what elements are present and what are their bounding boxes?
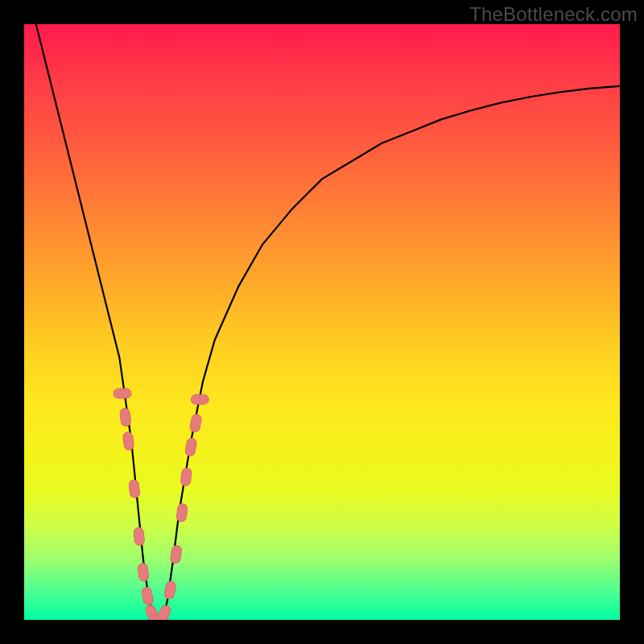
sample-markers [114, 389, 208, 620]
sample-marker [141, 586, 154, 605]
sample-marker [163, 580, 176, 600]
sample-marker [119, 408, 131, 427]
chart-svg [24, 24, 620, 620]
sample-marker [138, 563, 150, 581]
sample-marker [134, 527, 145, 546]
plot-area [24, 24, 620, 620]
watermark-text: TheBottleneck.com [469, 3, 638, 26]
chart-frame: TheBottleneck.com [0, 0, 644, 644]
sample-marker [122, 431, 134, 450]
sample-marker [189, 414, 202, 433]
sample-marker [180, 468, 192, 486]
sample-marker [170, 545, 182, 564]
sample-marker [114, 389, 131, 398]
sample-marker [156, 604, 171, 620]
sample-marker [176, 503, 188, 522]
sample-marker [191, 394, 208, 404]
sample-marker [184, 438, 197, 457]
bottleneck-curve [36, 24, 620, 620]
sample-marker [129, 480, 140, 498]
